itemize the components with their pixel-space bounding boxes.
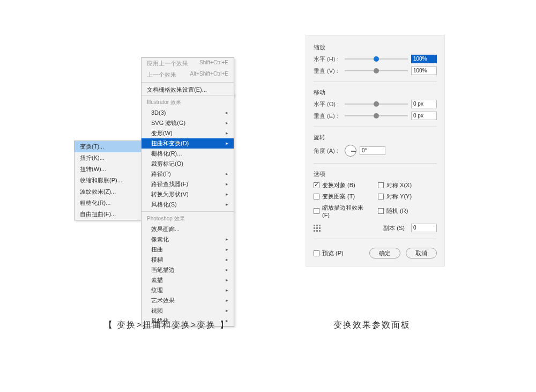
scale-h-input[interactable]: 100% — [411, 55, 437, 63]
menu-raster-settings-label: 文档栅格效果设置(E)... — [147, 86, 207, 94]
checkbox-transform-object[interactable] — [314, 182, 319, 188]
submenu-item-pucker-bloat[interactable]: 收缩和膨胀(P)... — [75, 175, 141, 186]
submenu-arrow-icon: ▸ — [226, 190, 228, 198]
cancel-button[interactable]: 取消 — [406, 248, 437, 258]
menu-item-pathfinder[interactable]: 路径查找器(F)▸ — [142, 179, 234, 189]
copies-input[interactable]: 0 — [411, 224, 437, 232]
submenu-arrow-icon: ▸ — [226, 256, 228, 264]
submenu-arrow-icon: ▸ — [226, 180, 228, 188]
menu-item-svg-filter[interactable]: SVG 滤镜(G)▸ — [142, 118, 234, 128]
menu-last-effect-shortcut: Alt+Shift+Ctrl+E — [190, 71, 228, 79]
checkbox-reflect-y-label: 对称 Y(Y) — [386, 193, 412, 201]
menu-last-effect[interactable]: 上一个效果 Alt+Shift+Ctrl+E — [142, 69, 234, 80]
menu-item-convert-shape[interactable]: 转换为形状(V)▸ — [142, 189, 234, 199]
group-header-illustrator: Illustrator 效果 — [142, 97, 234, 108]
effect-menu-sub: Illustrator 效果 3D(3)▸ SVG 滤镜(G)▸ 变形(W)▸ … — [141, 93, 234, 327]
menu-item-stylize-ai[interactable]: 风格化(S)▸ — [142, 199, 234, 210]
ok-button[interactable]: 确定 — [369, 248, 400, 258]
checkbox-reflect-y[interactable] — [378, 194, 384, 199]
copies-label: 副本 (S) — [383, 224, 405, 232]
menu-item-rasterize[interactable]: 栅格化(R)... — [142, 149, 234, 159]
section-rotate-title: 旋转 — [314, 134, 437, 142]
menu-last-effect-label: 上一个效果 — [147, 71, 176, 79]
submenu-item-ripple[interactable]: 波纹效果(Z)... — [75, 186, 141, 197]
menu-separator — [142, 95, 234, 95]
effect-menu-top: 应用上一个效果 Shift+Ctrl+E 上一个效果 Alt+Shift+Ctr… — [141, 57, 234, 96]
checkbox-scale-strokes[interactable] — [314, 208, 319, 214]
submenu-arrow-icon: ▸ — [226, 201, 228, 209]
submenu-item-twist[interactable]: 扭拧(K)... — [75, 152, 141, 164]
section-rotate: 旋转 角度 (A) : 0° — [314, 134, 437, 157]
scale-v-slider[interactable] — [345, 70, 408, 71]
move-v-input[interactable]: 0 px — [411, 112, 437, 120]
submenu-item-rotate[interactable]: 扭转(W)... — [75, 164, 141, 175]
rotate-angle-dial[interactable] — [345, 145, 356, 157]
menu-item-crop-marks[interactable]: 裁剪标记(O) — [142, 159, 234, 169]
submenu-arrow-icon: ▸ — [226, 266, 228, 274]
transform-effect-panel: 缩放 水平 (H) : 100% 垂直 (V) : 100% 移动 水平 (O)… — [306, 35, 445, 267]
scale-v-input[interactable]: 100% — [411, 66, 437, 75]
checkbox-preview-label: 预览 (P) — [322, 249, 344, 257]
checkbox-transform-pattern-label: 变换图案 (T) — [322, 193, 355, 201]
submenu-arrow-icon: ▸ — [226, 286, 228, 294]
checkbox-reflect-x-label: 对称 X(X) — [386, 181, 412, 189]
submenu-arrow-icon: ▸ — [226, 307, 228, 315]
move-v-slider[interactable] — [345, 115, 408, 116]
submenu-arrow-icon: ▸ — [226, 129, 228, 137]
submenu-arrow-icon: ▸ — [226, 109, 228, 117]
panel-footer: 预览 (P) 确定 取消 — [314, 248, 437, 258]
menu-item-path[interactable]: 路径(P)▸ — [142, 169, 234, 179]
panel-separator — [314, 127, 437, 127]
panel-separator — [314, 163, 437, 164]
move-h-input[interactable]: 0 px — [411, 100, 437, 108]
move-v-label: 垂直 (E) : — [314, 112, 341, 120]
menu-item-blur[interactable]: 模糊▸ — [142, 255, 234, 265]
transform-submenu: 变换(T)... 扭拧(K)... 扭转(W)... 收缩和膨胀(P)... 波… — [74, 140, 142, 220]
submenu-item-transform[interactable]: 变换(T)... — [75, 141, 141, 152]
anchor-grid-icon[interactable] — [314, 225, 321, 232]
submenu-item-free-distort[interactable]: 自由扭曲(F)... — [75, 209, 141, 220]
checkbox-preview[interactable] — [314, 250, 319, 256]
menu-item-effect-gallery[interactable]: 效果画廊... — [142, 224, 234, 234]
checkbox-transform-object-label: 变换对象 (B) — [322, 181, 355, 189]
checkbox-reflect-x[interactable] — [378, 182, 384, 188]
section-move: 移动 水平 (O) : 0 px 垂直 (E) : 0 px — [314, 88, 437, 120]
scale-h-label: 水平 (H) : — [314, 55, 341, 63]
section-scale: 缩放 水平 (H) : 100% 垂直 (V) : 100% — [314, 43, 437, 75]
checkbox-random-label: 随机 (R) — [386, 207, 408, 215]
panel-separator — [314, 239, 437, 239]
menu-item-brush-stroke[interactable]: 画笔描边▸ — [142, 265, 234, 275]
scale-v-label: 垂直 (V) : — [314, 67, 341, 75]
menu-apply-last-label: 应用上一个效果 — [147, 60, 188, 68]
checkbox-random[interactable] — [378, 208, 384, 214]
section-options-title: 选项 — [314, 170, 437, 178]
menu-apply-last[interactable]: 应用上一个效果 Shift+Ctrl+E — [142, 58, 234, 69]
scale-h-slider[interactable] — [345, 58, 408, 60]
checkbox-scale-strokes-label: 缩放描边和效果 (F) — [322, 204, 373, 218]
menu-item-distort-transform[interactable]: 扭曲和变换(D)▸ — [142, 138, 234, 149]
menu-item-artistic[interactable]: 艺术效果▸ — [142, 295, 234, 306]
group-header-photoshop: Photoshop 效果 — [142, 213, 234, 224]
submenu-item-roughen[interactable]: 粗糙化(R)... — [75, 197, 141, 209]
move-h-slider[interactable] — [345, 103, 408, 105]
section-options: 选项 变换对象 (B) 对称 X(X) 变换图案 (T) 对称 Y(Y) 缩放描… — [314, 170, 437, 232]
section-move-title: 移动 — [314, 88, 437, 97]
submenu-arrow-icon: ▸ — [226, 246, 228, 254]
rotate-angle-label: 角度 (A) : — [314, 147, 341, 155]
rotate-angle-input[interactable]: 0° — [360, 146, 385, 155]
menu-item-sketch[interactable]: 素描▸ — [142, 275, 234, 285]
menu-item-warp[interactable]: 变形(W)▸ — [142, 128, 234, 138]
move-h-label: 水平 (O) : — [314, 100, 341, 108]
submenu-arrow-icon: ▸ — [226, 297, 228, 305]
menu-item-video[interactable]: 视频▸ — [142, 306, 234, 316]
panel-separator — [314, 82, 437, 82]
menu-item-distort-ps[interactable]: 扭曲▸ — [142, 245, 234, 255]
checkbox-transform-pattern[interactable] — [314, 194, 319, 199]
menu-item-pixelate[interactable]: 像素化▸ — [142, 234, 234, 245]
menu-item-3d[interactable]: 3D(3)▸ — [142, 108, 234, 118]
section-scale-title: 缩放 — [314, 43, 437, 51]
menu-separator — [142, 211, 234, 212]
submenu-arrow-icon: ▸ — [226, 170, 228, 178]
submenu-arrow-icon: ▸ — [226, 139, 228, 147]
menu-item-texture[interactable]: 纹理▸ — [142, 285, 234, 295]
